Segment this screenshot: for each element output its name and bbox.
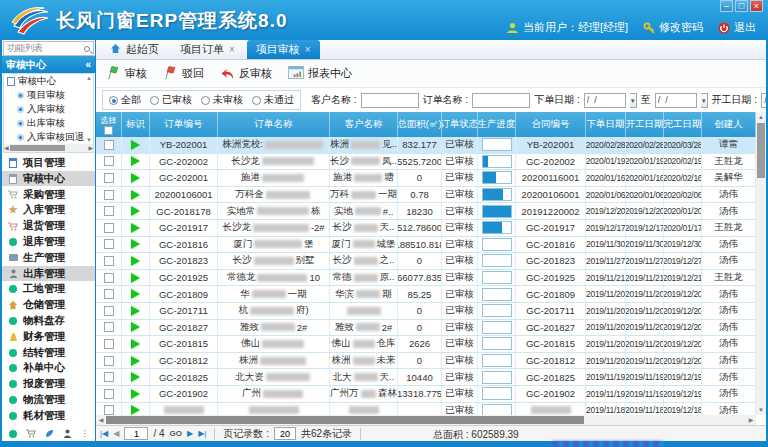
row-checkbox[interactable]	[104, 405, 114, 415]
table-row[interactable]: GC-202002长沙龙长沙凤..65525.7200..已审核GC-20200…	[96, 154, 756, 171]
table-row[interactable]: GC-202001施港施港塘0已审核202001160012020/01/162…	[96, 170, 756, 187]
chevron-down-icon[interactable]: ▼	[701, 93, 708, 108]
tree-item-项目审核[interactable]: 项目审核	[4, 88, 93, 102]
logout-button[interactable]: 退出	[718, 20, 756, 35]
tree-item-出库审核[interactable]: 出库审核	[4, 116, 93, 130]
row-checkbox[interactable]	[104, 372, 114, 382]
column-header-生产进度[interactable]: 生产进度	[478, 112, 516, 137]
column-header-客户名称[interactable]: 客户名称	[330, 112, 398, 137]
table-row[interactable]: GC-2018178实地常栋实地#..18230已审核2019122000220…	[96, 203, 756, 220]
tab-close-icon[interactable]: ×	[305, 44, 311, 55]
tab-起始页[interactable]: 起始页	[101, 40, 168, 59]
table-row[interactable]: GC-201809华一期华滨期85.25已审核GC-2018092019/11/…	[96, 286, 756, 303]
table-row[interactable]: GC-201827雅致2#雅致2#0已审核GC-2018272019/11/20…	[96, 320, 756, 337]
sidebar-item-退货管理[interactable]: 退货管理	[2, 219, 95, 234]
table-row[interactable]: GC-201711杭府)0已审核GC-2017112019/11/202019/…	[96, 303, 756, 320]
scroll-right-icon[interactable]: ▶	[88, 144, 93, 152]
customer-name-input[interactable]	[361, 93, 419, 108]
leaf-icon[interactable]	[45, 429, 54, 438]
报表中心-button[interactable]: 报表中心	[288, 66, 352, 81]
row-checkbox[interactable]	[104, 256, 114, 266]
驳回-button[interactable]: 驳回	[163, 65, 204, 82]
sidebar-item-审核中心[interactable]: 审核中心	[2, 171, 95, 186]
first-page-button[interactable]: |◀	[100, 429, 108, 438]
column-header-下单日期[interactable]: 下单日期	[586, 112, 626, 137]
table-row[interactable]: GC-201812株洲株洲未来0已审核GC-2018122019/11/2020…	[96, 353, 756, 370]
page-number-input[interactable]	[124, 427, 148, 440]
scroll-down-icon[interactable]: ▼	[756, 405, 766, 415]
sidebar-item-结转管理[interactable]: 结转管理	[2, 345, 95, 360]
column-header-创建人[interactable]: 创建人	[702, 112, 756, 137]
select-all-checkbox[interactable]	[104, 126, 113, 135]
row-checkbox[interactable]	[104, 289, 114, 299]
radio-未通过[interactable]: 未通过	[252, 93, 294, 107]
column-header-完工日期[interactable]: 完工日期	[664, 112, 702, 137]
table-row[interactable]: GC-201823长沙别墅长沙之..0已审核GC-2018232019/11/2…	[96, 253, 756, 270]
row-checkbox[interactable]	[104, 223, 114, 233]
tree-item-入库审核[interactable]: 入库审核	[4, 102, 93, 116]
row-checkbox[interactable]	[104, 273, 114, 283]
sidebar-item-补单中心[interactable]: 补单中心	[2, 361, 95, 376]
prev-page-button[interactable]: ◀	[113, 429, 119, 438]
sidebar-item-生产管理[interactable]: 生产管理	[2, 250, 95, 265]
sidebar-item-入库管理[interactable]: ★入库管理	[2, 203, 95, 218]
row-checkbox[interactable]	[104, 339, 114, 349]
next-page-button[interactable]: ▶	[187, 429, 193, 438]
sidebar-item-项目管理[interactable]: 项目管理	[2, 155, 95, 170]
row-checkbox[interactable]	[104, 156, 114, 166]
column-header-总面积(㎡)[interactable]: 总面积(㎡)	[398, 112, 442, 137]
close-button[interactable]: ×	[750, 0, 763, 12]
tab-close-icon[interactable]: ×	[229, 44, 235, 55]
more-icon[interactable]: ⋮	[81, 430, 89, 438]
tab-项目订单[interactable]: 项目订单×	[171, 40, 244, 59]
radio-已审核[interactable]: 已审核	[150, 93, 192, 107]
table-row[interactable]: 20200106001万科金万科一期0.78已审核202001060012020…	[96, 187, 756, 204]
minimize-button[interactable]: –	[720, 0, 733, 12]
tree-scroll-up-icon[interactable]: ▲	[86, 75, 92, 81]
scroll-up-icon[interactable]: ▲	[756, 112, 766, 122]
column-header-订单名称[interactable]: 订单名称	[218, 112, 330, 137]
row-checkbox[interactable]	[104, 389, 114, 399]
sidebar-item-物料盘存[interactable]: 物料盘存	[2, 314, 95, 329]
radio-全部[interactable]: 全部	[109, 93, 141, 107]
sidebar-item-采购管理[interactable]: 采购管理	[2, 187, 95, 202]
table-row[interactable]: GC-201925常德龙10常德原..266077.835..已审核GC-201…	[96, 270, 756, 287]
sidebar-item-出库管理[interactable]: 出库管理	[2, 266, 95, 281]
row-checkbox[interactable]	[104, 190, 114, 200]
row-checkbox[interactable]	[104, 356, 114, 366]
chevron-down-icon[interactable]: ▼	[630, 93, 637, 108]
sidebar-item-退库管理[interactable]: 退库管理	[2, 234, 95, 249]
vertical-scrollbar[interactable]: ▲ ▼	[756, 112, 766, 415]
table-row[interactable]: 已审核2019/11/182019/11/182019/12/18汤伟	[96, 403, 756, 416]
sidebar-item-物流管理[interactable]: 物流管理	[2, 393, 95, 408]
tree-root[interactable]: 审核中心	[4, 74, 93, 88]
order-date-from-input[interactable]	[584, 93, 626, 108]
cart-icon[interactable]	[26, 429, 36, 438]
table-row[interactable]: GC-201815佛山佛山仓库2626已审核GC-2018152019/11/2…	[96, 336, 756, 353]
dot-icon[interactable]	[9, 430, 17, 438]
last-page-button[interactable]: ▶|	[198, 429, 206, 438]
sidebar-item-工地管理[interactable]: 工地管理	[2, 282, 95, 297]
tree-scroll-down-icon[interactable]: ▼	[86, 137, 92, 143]
person-icon[interactable]	[63, 429, 72, 438]
sidebar-item-耗材管理[interactable]: 耗材管理	[2, 408, 95, 423]
row-checkbox[interactable]	[104, 140, 114, 150]
column-header-订单编号[interactable]: 订单编号	[150, 112, 218, 137]
sidebar-item-报废管理[interactable]: 报废管理	[2, 377, 95, 392]
审核-button[interactable]: 审核	[106, 65, 147, 82]
column-header-标识[interactable]: 标识	[122, 112, 150, 137]
go-button[interactable]: GO	[170, 429, 182, 438]
start-date-input[interactable]	[761, 93, 766, 108]
scroll-thumb[interactable]	[10, 145, 65, 151]
column-header-合同编号[interactable]: 合同编号	[516, 112, 586, 137]
row-checkbox[interactable]	[104, 322, 114, 332]
column-header-订单状态[interactable]: 订单状态	[442, 112, 478, 137]
scroll-left-icon[interactable]: ◀	[96, 415, 106, 425]
row-checkbox[interactable]	[104, 206, 114, 216]
table-row[interactable]: GC-201917长沙龙-2#长沙天..8512.78600..已审核GC-20…	[96, 220, 756, 237]
scroll-thumb[interactable]	[757, 123, 765, 178]
scroll-left-icon[interactable]: ◀	[4, 144, 9, 152]
row-checkbox[interactable]	[104, 239, 114, 249]
scroll-thumb[interactable]	[106, 416, 584, 424]
page-size-input[interactable]	[274, 427, 296, 440]
